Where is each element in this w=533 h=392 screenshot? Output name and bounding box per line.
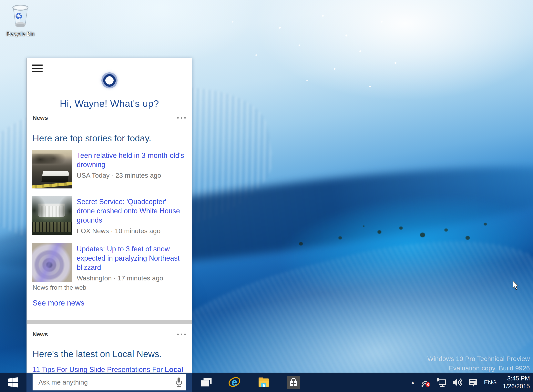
hamburger-bar [32, 68, 42, 69]
thumb-art [41, 171, 69, 182]
system-tray: ▲ [410, 373, 533, 392]
clock[interactable]: 3:45 PM 1/26/2015 [503, 374, 530, 390]
story-1-title[interactable]: Teen relative held in 3-month-old's drow… [77, 151, 186, 169]
story-2-source: FOX News · 10 minutes ago [77, 227, 186, 235]
recycle-bin-desktop-icon[interactable]: ♻ Recycle Bin [3, 2, 38, 37]
volume-icon[interactable] [452, 378, 463, 387]
thumb-art [32, 243, 72, 282]
top-stories-heading: Here are top stories for today. [33, 133, 186, 144]
evaluation-watermark: Windows 10 Pro Technical Preview Evaluat… [427, 354, 530, 373]
story-3-text: Updates: Up to 3 feet of snow expected i… [77, 243, 186, 282]
windows-logo-icon [8, 377, 18, 387]
watermark-line-2: Evaluation copy. Build 9926 [427, 364, 530, 373]
story-1-source: USA Today · 23 minutes ago [77, 172, 186, 179]
language-indicator[interactable]: ENG [483, 379, 497, 386]
search-input[interactable] [33, 374, 172, 390]
svg-text:e: e [232, 376, 237, 388]
story-2-text: Secret Service: 'Quadcopter' drone crash… [77, 196, 186, 235]
dot [184, 117, 186, 119]
local-news-link-text: 11 Tips For Using Slide Presentations Fo… [33, 365, 165, 373]
news-from-web-label: News from the web [33, 284, 86, 291]
thumb-art [32, 154, 72, 163]
wallpaper-debris-spots [363, 225, 365, 227]
story-1-thumbnail [32, 150, 72, 188]
file-explorer-icon [257, 377, 270, 388]
news-story-3[interactable]: Updates: Up to 3 feet of snow expected i… [32, 243, 186, 282]
dot [177, 334, 179, 335]
store-button[interactable] [284, 373, 303, 392]
internet-explorer-icon: e [228, 376, 241, 389]
story-2-thumbnail [32, 196, 72, 235]
see-more-news-link[interactable]: See more news [33, 299, 84, 307]
watermark-line-1: Windows 10 Pro Technical Preview [427, 354, 530, 364]
clock-date: 1/26/2015 [503, 383, 530, 390]
taskbar: e ▲ [0, 373, 533, 392]
local-news-link[interactable]: 11 Tips For Using Slide Presentations Fo… [33, 365, 188, 373]
local-news-link-bold: Local [165, 365, 183, 373]
cortana-search-box[interactable] [33, 374, 186, 390]
story-3-thumbnail [32, 243, 72, 282]
section-divider [27, 320, 192, 324]
story-3-title[interactable]: Updates: Up to 3 feet of snow expected i… [77, 244, 186, 272]
story-2-title[interactable]: Secret Service: 'Quadcopter' drone crash… [77, 197, 186, 225]
recycle-bin-icon: ♻ [8, 2, 33, 30]
dot [184, 334, 186, 335]
cortana-panel: Hi, Wayne! What's up? News Here are top … [27, 58, 192, 373]
microphone-button[interactable] [172, 374, 186, 390]
wallpaper-sparkles [197, 4, 197, 4]
local-news-section-header: News [33, 331, 186, 338]
recycle-bin-label: Recycle Bin [3, 31, 38, 37]
file-explorer-button[interactable] [254, 373, 273, 392]
network-icon[interactable] [436, 378, 447, 387]
story-3-source: Washington · 17 minutes ago [77, 274, 186, 282]
news-section-label: News [33, 115, 48, 121]
task-view-icon [200, 377, 213, 388]
story-1-text: Teen relative held in 3-month-old's drow… [77, 150, 186, 188]
hamburger-menu-icon[interactable] [32, 65, 42, 72]
news-section-header: News [33, 115, 186, 121]
microphone-icon [175, 377, 182, 387]
local-news-section-label: News [33, 331, 48, 338]
hamburger-bar [32, 65, 42, 66]
dot [181, 117, 182, 119]
ellipsis-menu-icon[interactable] [177, 332, 186, 336]
thumb-art [32, 222, 72, 232]
hidden-icons-chevron[interactable]: ▲ [410, 379, 416, 386]
cortana-greeting: Hi, Wayne! What's up? [27, 98, 192, 109]
news-story-2[interactable]: Secret Service: 'Quadcopter' drone crash… [32, 196, 186, 235]
internet-explorer-button[interactable]: e [225, 373, 244, 392]
dot [181, 334, 182, 335]
news-story-1[interactable]: Teen relative held in 3-month-old's drow… [32, 150, 186, 188]
svg-text:♻: ♻ [14, 10, 23, 22]
task-view-button[interactable] [197, 373, 216, 392]
store-icon [287, 376, 300, 389]
local-news-heading: Here's the latest on Local News. [33, 349, 186, 359]
thumb-art [32, 182, 72, 188]
dot [177, 117, 179, 119]
cortana-logo-icon [103, 74, 116, 87]
wireless-error-icon[interactable] [421, 378, 431, 387]
start-button[interactable] [0, 373, 26, 392]
clock-time: 3:45 PM [503, 374, 530, 383]
action-center-icon[interactable] [468, 378, 478, 387]
ellipsis-menu-icon[interactable] [177, 116, 186, 120]
hamburger-bar [32, 71, 42, 72]
